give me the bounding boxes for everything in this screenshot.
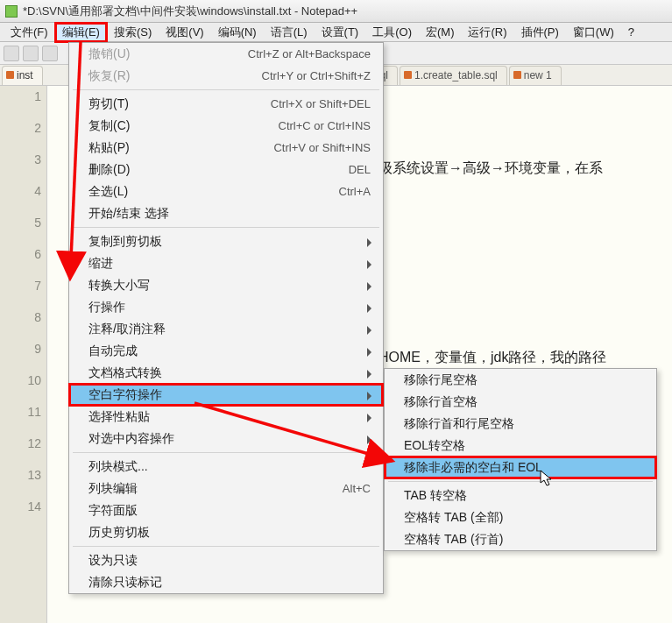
menubar: 文件(F) 编辑(E) 搜索(S) 视图(V) 编码(N) 语言(L) 设置(T… bbox=[0, 23, 672, 42]
trim-trailing-item[interactable]: 移除行尾空格 bbox=[385, 369, 656, 391]
trim-leading-item[interactable]: 移除行首空格 bbox=[385, 391, 656, 413]
case-item[interactable]: 转换大小写 bbox=[69, 274, 383, 296]
app-icon bbox=[5, 5, 18, 18]
remove-unneeded-blank-item[interactable]: 移除非必需的空白和 EOL bbox=[385, 457, 656, 478]
menu-window[interactable]: 窗口(W) bbox=[566, 23, 621, 42]
edit-dropdown: 撤销(U)Ctrl+Z or Alt+Backspace 恢复(R)Ctrl+Y… bbox=[68, 42, 384, 594]
beginend-item[interactable]: 开始/结束 选择 bbox=[69, 202, 383, 224]
tool-save-icon[interactable] bbox=[42, 46, 58, 61]
tab-create-table-sql[interactable]: 1.create_table.sql bbox=[400, 66, 507, 85]
line-gutter: 123 456 789 101112 1314 bbox=[0, 86, 47, 623]
column-mode-item[interactable]: 列块模式... bbox=[69, 456, 383, 478]
redo-item[interactable]: 恢复(R)Ctrl+Y or Ctrl+Shift+Z bbox=[69, 65, 383, 87]
menu-tools[interactable]: 工具(O) bbox=[365, 23, 419, 42]
lineops-item[interactable]: 行操作 bbox=[69, 296, 383, 318]
menu-plugins[interactable]: 插件(P) bbox=[514, 23, 566, 42]
autocomplete-item[interactable]: 自动完成 bbox=[69, 340, 383, 362]
menu-settings[interactable]: 设置(T) bbox=[315, 23, 366, 42]
clear-readonly-item[interactable]: 清除只读标记 bbox=[69, 571, 383, 593]
comment-item[interactable]: 注释/取消注释 bbox=[69, 318, 383, 340]
menu-view[interactable]: 视图(V) bbox=[159, 23, 210, 42]
selectall-item[interactable]: 全选(L)Ctrl+A bbox=[69, 181, 383, 202]
delete-item[interactable]: 删除(D)DEL bbox=[69, 159, 383, 181]
docformat-item[interactable]: 文档格式转换 bbox=[69, 362, 383, 384]
menu-help[interactable]: ? bbox=[621, 24, 641, 40]
space-to-tab-all-item[interactable]: 空格转 TAB (全部) bbox=[385, 506, 656, 528]
cut-item[interactable]: 剪切(T)Ctrl+X or Shift+DEL bbox=[69, 93, 383, 115]
menu-language[interactable]: 语言(L) bbox=[264, 23, 315, 42]
menu-file[interactable]: 文件(F) bbox=[4, 23, 55, 42]
copyclip-item[interactable]: 复制到剪切板 bbox=[69, 230, 383, 252]
menu-search[interactable]: 搜索(S) bbox=[107, 23, 159, 42]
tab-to-space-item[interactable]: TAB 转空格 bbox=[385, 485, 656, 506]
eol-to-space-item[interactable]: EOL转空格 bbox=[385, 435, 656, 457]
set-readonly-item[interactable]: 设为只读 bbox=[69, 549, 383, 571]
menu-run[interactable]: 运行(R) bbox=[461, 23, 513, 42]
paste-item[interactable]: 粘贴(P)Ctrl+V or Shift+INS bbox=[69, 137, 383, 159]
titlebar: *D:\SVN\通用部署文档\中间件安装\windows\install.txt… bbox=[0, 0, 672, 23]
tab-new1[interactable]: new 1 bbox=[509, 66, 562, 85]
pastespecial-item[interactable]: 选择性粘贴 bbox=[69, 406, 383, 428]
indent-item[interactable]: 缩进 bbox=[69, 252, 383, 274]
blank-ops-submenu: 移除行尾空格 移除行首空格 移除行首和行尾空格 EOL转空格 移除非必需的空白和… bbox=[384, 368, 657, 551]
menu-edit[interactable]: 编辑(E) bbox=[55, 23, 107, 42]
tool-open-icon[interactable] bbox=[23, 46, 39, 61]
menu-encoding[interactable]: 编码(N) bbox=[211, 23, 264, 42]
title-text: *D:\SVN\通用部署文档\中间件安装\windows\install.txt… bbox=[23, 4, 357, 19]
trim-both-item[interactable]: 移除行首和行尾空格 bbox=[385, 413, 656, 435]
menu-macro[interactable]: 宏(M) bbox=[419, 23, 462, 42]
clip-history-item[interactable]: 历史剪切板 bbox=[69, 521, 383, 543]
column-edit-item[interactable]: 列块编辑Alt+C bbox=[69, 478, 383, 499]
copy-item[interactable]: 复制(C)Ctrl+C or Ctrl+INS bbox=[69, 115, 383, 137]
space-to-tab-lead-item[interactable]: 空格转 TAB (行首) bbox=[385, 528, 656, 550]
tool-new-icon[interactable] bbox=[4, 46, 19, 61]
char-panel-item[interactable]: 字符面版 bbox=[69, 499, 383, 521]
blank-operations-item[interactable]: 空白字符操作 bbox=[69, 384, 383, 406]
tab-install[interactable]: inst bbox=[2, 66, 43, 85]
onselection-item[interactable]: 对选中内容操作 bbox=[69, 428, 383, 450]
undo-item[interactable]: 撤销(U)Ctrl+Z or Alt+Backspace bbox=[69, 43, 383, 65]
